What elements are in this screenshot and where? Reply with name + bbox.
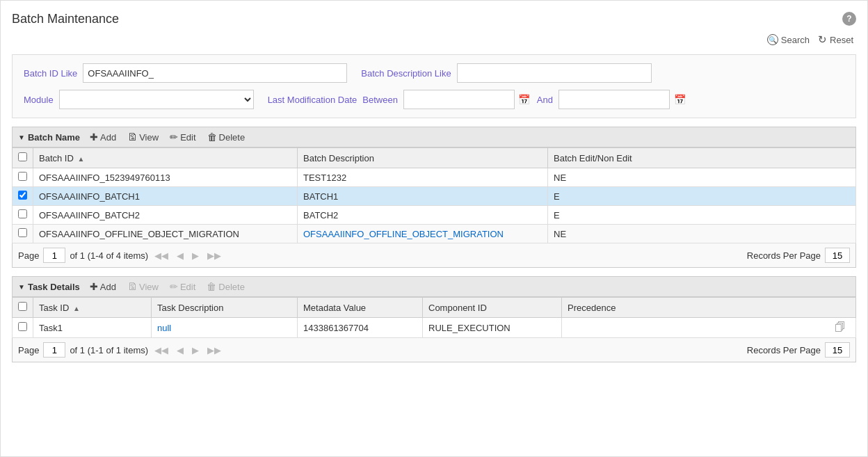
last-mod-date-group: Last Modification Date Between 📅 And 📅 [268,90,686,109]
batch-row-desc: OFSAAAIINFO_OFFLINE_OBJECT_MIGRATION [298,225,548,243]
module-group: Module [24,90,254,109]
batch-id-group: Batch ID Like [24,63,347,83]
batch-row-checkbox[interactable] [18,191,27,200]
batch-row-edit-type: E [548,206,856,225]
task-title-text: Task Details [28,282,80,292]
batch-rpp-input[interactable] [825,248,850,263]
task-table-row[interactable]: Task1 null 1433861367704 RULE_EXECUTION … [13,318,856,338]
calendar-to-icon[interactable]: 📅 [673,93,686,106]
view-icon: 🖻 [127,131,137,143]
batch-row-id: OFSAAAIINFO_BATCH2 [33,206,298,225]
task-section-actions: ✚ Add 🖻 View ✏ Edit 🗑 Delete [87,281,248,292]
task-rpp-input[interactable] [825,342,850,358]
task-pagination-right: Records Per Page [747,342,850,358]
batch-add-button[interactable]: ✚ Add [87,131,119,143]
task-delete-button[interactable]: 🗑 Delete [204,281,248,292]
task-desc-header[interactable]: Task Description [152,298,298,318]
batch-prev-page-btn[interactable]: ◀ [175,250,186,261]
batch-edit-button[interactable]: ✏ Edit [167,131,198,143]
task-view-label: View [139,282,159,292]
batch-table-row[interactable]: OFSAAAIINFO_BATCH2 BATCH2 E [13,206,856,225]
batch-add-label: Add [100,132,116,143]
task-first-page-btn[interactable]: ◀◀ [152,345,170,355]
task-page-input[interactable] [43,342,65,358]
batch-id-input[interactable] [83,63,347,83]
batch-first-page-btn[interactable]: ◀◀ [152,250,170,261]
search-form: Batch ID Like Batch Description Like Mod… [12,54,856,118]
task-add-button[interactable]: ✚ Add [87,281,119,292]
batch-id-header[interactable]: Batch ID ▲ [33,148,298,168]
task-next-page-btn[interactable]: ▶ [190,345,201,355]
batch-table-row[interactable]: OFSAAAIINFO_1523949760113 TEST1232 NE [13,168,856,187]
batch-desc-header[interactable]: Batch Description [298,148,548,168]
batch-row-desc: BATCH2 [298,206,548,225]
task-comp-header[interactable]: Component ID [423,298,562,318]
batch-desc-input[interactable] [457,63,652,83]
batch-view-label: View [139,132,159,143]
batch-row-checkbox[interactable] [18,228,27,237]
page-label: Page [18,250,39,261]
task-row-checkbox[interactable] [18,322,27,331]
batch-table-row[interactable]: OFSAAAIINFO_OFFLINE_OBJECT_MIGRATION OFS… [13,225,856,243]
task-add-label: Add [100,282,116,292]
task-page-label: Page [18,345,39,355]
reset-button[interactable]: ↻ Reset [818,33,853,46]
page-title: Batch Maintenance [12,12,119,26]
task-edit-button[interactable]: ✏ Edit [167,281,198,292]
reset-icon: ↻ [818,33,827,46]
batch-view-button[interactable]: 🖻 View [124,131,161,143]
batch-row-checkbox[interactable] [18,172,27,181]
page-container: Batch Maintenance ? 🔍 Search ↻ Reset Bat… [0,0,868,457]
between-label: Between [362,95,398,105]
task-section-title: ▼ Task Details [18,282,80,292]
toolbar-row: 🔍 Search ↻ Reset [12,33,856,46]
task-row-desc: null [152,318,298,338]
copy-icon[interactable]: 🗍 [835,321,846,334]
calendar-from-icon[interactable]: 📅 [517,93,531,106]
task-meta-header[interactable]: Metadata Value [298,298,423,318]
module-select[interactable] [59,90,254,109]
batch-row-edit-type: NE [548,168,856,187]
task-edit-icon: ✏ [170,281,178,292]
task-view-button[interactable]: 🖻 View [124,281,161,292]
batch-row-checkbox-cell[interactable] [13,168,33,187]
task-of-label: of 1 (1-1 of 1 items) [70,345,148,355]
batch-edit-header[interactable]: Batch Edit/Non Edit [548,148,856,168]
task-last-page-btn[interactable]: ▶▶ [205,345,223,355]
batch-row-checkbox-cell[interactable] [13,187,33,206]
task-id-header[interactable]: Task ID ▲ [33,298,152,318]
batch-select-all-checkbox[interactable] [18,152,27,161]
batch-pagination-left: Page of 1 (1-4 of 4 items) ◀◀ ◀ ▶ ▶▶ [18,248,223,263]
batch-last-page-btn[interactable]: ▶▶ [205,250,223,261]
add-icon: ✚ [90,131,98,143]
batch-row-desc: BATCH1 [298,187,548,206]
task-row-id: Task1 [33,318,152,338]
batch-chevron-icon: ▼ [18,134,25,141]
batch-row-checkbox-cell[interactable] [13,225,33,243]
reset-label: Reset [830,35,853,45]
batch-header-checkbox[interactable] [13,148,33,168]
task-header-checkbox[interactable] [13,298,33,318]
batch-delete-button[interactable]: 🗑 Delete [204,131,248,143]
search-button[interactable]: 🔍 Search [767,34,810,45]
task-row-checkbox-cell[interactable] [13,318,33,338]
date-from-input[interactable] [403,90,515,109]
task-pagination: Page of 1 (1-1 of 1 items) ◀◀ ◀ ▶ ▶▶ Rec… [12,338,856,362]
batch-next-page-btn[interactable]: ▶ [190,250,201,261]
batch-row-id: OFSAAAIINFO_OFFLINE_OBJECT_MIGRATION [33,225,298,243]
batch-page-input[interactable] [43,248,65,263]
batch-row-checkbox-cell[interactable] [13,206,33,225]
search-icon: 🔍 [767,34,778,45]
batch-table-row[interactable]: OFSAAAIINFO_BATCH1 BATCH1 E [13,187,856,206]
date-to-input[interactable] [558,90,670,109]
task-select-all-checkbox[interactable] [18,302,27,311]
batch-row-checkbox[interactable] [18,209,27,218]
task-chevron-icon: ▼ [18,283,25,291]
batch-desc-group: Batch Description Like [361,63,651,83]
task-prec-header[interactable]: Precedence [562,298,856,318]
task-prev-page-btn[interactable]: ◀ [175,345,186,355]
task-view-icon: 🖻 [127,281,137,292]
batch-section-actions: ✚ Add 🖻 View ✏ Edit 🗑 Delete [87,131,248,143]
task-row-prec: 🗍 [562,318,856,338]
help-icon[interactable]: ? [842,12,856,26]
